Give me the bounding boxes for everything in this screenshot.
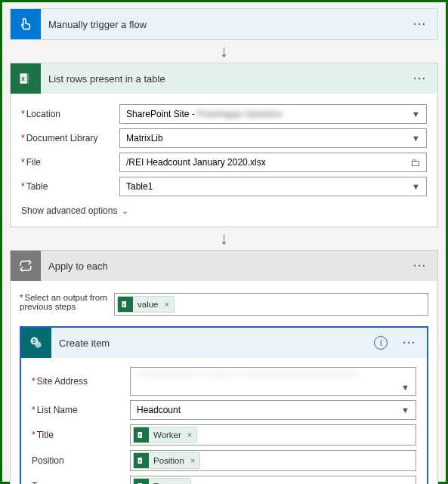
location-label: *Location — [21, 109, 119, 119]
chevron-down-icon: ⌄ — [122, 206, 128, 216]
svg-text:x: x — [21, 75, 25, 82]
file-picker[interactable]: /REI Headcount January 2020.xlsx 🗀 — [119, 153, 427, 172]
info-icon[interactable]: i — [374, 336, 388, 350]
location-dropdown[interactable]: SharePoint Site - Powerapps Solutions ▼ — [119, 104, 427, 124]
trigger-title: Manually trigger a flow — [48, 19, 403, 30]
svg-text:x: x — [139, 458, 141, 463]
trigger-menu-button[interactable]: ··· — [410, 18, 430, 30]
remove-token-button[interactable]: × — [187, 430, 192, 439]
excel-icon: x — [134, 453, 149, 468]
select-output-field[interactable]: x value × — [114, 293, 428, 316]
excel-title: List rows present in a table — [48, 73, 403, 85]
create-menu-button[interactable]: ··· — [400, 337, 419, 349]
apply-to-each-step: Apply to each ··· *Select an output from… — [10, 250, 438, 484]
token-label: value — [137, 300, 159, 309]
excel-menu-button[interactable]: ··· — [410, 72, 430, 85]
chevron-down-icon: ▼ — [412, 109, 420, 119]
svg-text:x: x — [123, 302, 125, 307]
show-advanced-toggle[interactable]: Show advanced options ⌄ — [21, 201, 427, 216]
chevron-down-icon: ▼ — [401, 405, 409, 415]
excel-icon: x — [134, 479, 149, 484]
apply-title: Apply to each — [48, 260, 403, 272]
file-label: *File — [21, 157, 119, 168]
select-output-label: *Select an output from previous steps — [20, 293, 114, 311]
list-name-dropdown[interactable]: Headcount ▼ — [130, 400, 416, 420]
token-label: Position — [153, 456, 184, 465]
create-item-step: S Create item i ··· *Site Address ——————… — [20, 326, 428, 484]
team-field[interactable]: x Team × — [130, 476, 416, 484]
title-field-label: *Title — [32, 430, 130, 440]
create-title: Create item — [59, 338, 366, 349]
position-field[interactable]: x Position × — [130, 450, 416, 471]
token-label: Worker — [153, 430, 181, 439]
table-label: *Table — [21, 181, 119, 192]
excel-icon: x — [118, 297, 133, 312]
doclib-dropdown[interactable]: MatrixLib ▼ — [119, 128, 427, 148]
apply-header[interactable]: Apply to each ··· — [11, 251, 437, 281]
svg-text:x: x — [139, 433, 141, 437]
apply-menu-button[interactable]: ··· — [410, 260, 430, 272]
title-field[interactable]: x Worker × — [130, 424, 416, 445]
position-field-label: Position — [32, 455, 130, 466]
worker-token[interactable]: x Worker × — [133, 427, 197, 443]
loop-icon — [11, 251, 41, 281]
excel-icon: x — [11, 63, 41, 94]
create-header[interactable]: S Create item i ··· — [21, 328, 427, 358]
folder-icon: 🗀 — [410, 157, 420, 168]
flow-arrow-icon: ↓ — [10, 227, 438, 250]
touch-icon — [11, 9, 41, 39]
sharepoint-icon: S — [21, 328, 51, 358]
remove-token-button[interactable]: × — [190, 456, 195, 465]
position-token[interactable]: x Position × — [133, 452, 200, 469]
site-address-dropdown[interactable]: ———————— ———— —————————————— ▼ — [130, 367, 416, 396]
excel-step: x List rows present in a table ··· *Loca… — [10, 63, 438, 227]
site-address-label: *Site Address — [32, 376, 130, 387]
trigger-step[interactable]: Manually trigger a flow ··· — [10, 8, 438, 40]
excel-header[interactable]: x List rows present in a table ··· — [11, 63, 437, 94]
excel-icon: x — [134, 427, 149, 442]
table-dropdown[interactable]: Table1 ▼ — [119, 177, 427, 196]
flow-arrow-icon: ↓ — [10, 40, 438, 63]
team-token[interactable]: x Team × — [133, 478, 191, 484]
chevron-down-icon: ▼ — [412, 182, 420, 191]
remove-token-button[interactable]: × — [165, 300, 169, 309]
team-field-label: Team — [32, 481, 130, 484]
value-token[interactable]: x value × — [117, 296, 175, 313]
svg-text:S: S — [32, 338, 36, 344]
doclib-label: *Document Library — [21, 133, 119, 143]
list-name-label: *List Name — [32, 405, 130, 415]
chevron-down-icon: ▼ — [401, 383, 409, 392]
chevron-down-icon: ▼ — [412, 134, 420, 143]
